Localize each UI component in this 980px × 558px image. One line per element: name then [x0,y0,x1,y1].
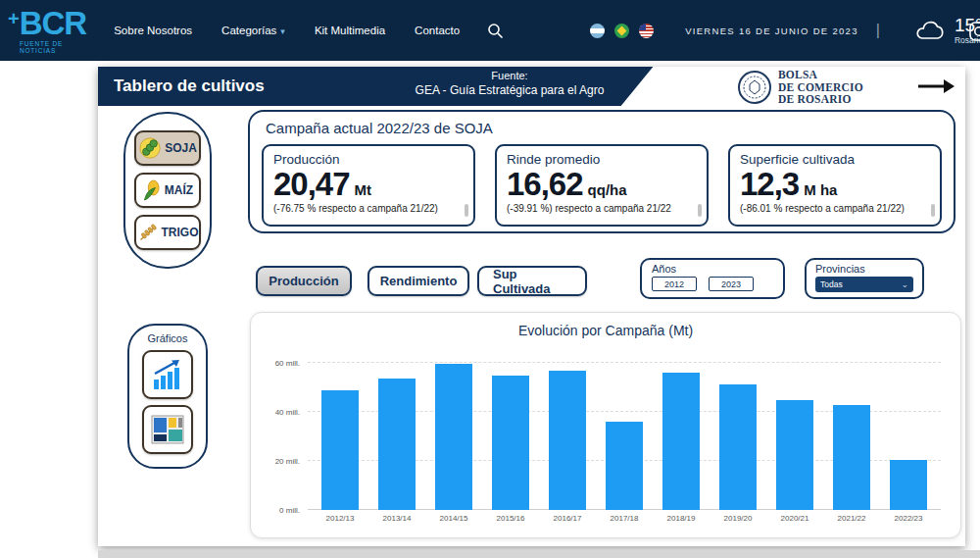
chart-bar[interactable] [776,400,812,510]
bar-slot: 2019/20 [710,350,766,510]
corn-icon [142,178,162,202]
graficos-panel: Gráficos [127,324,208,469]
social-media-icon[interactable] [969,22,980,45]
metric-card-superficie: Superficie cultivada 12,3 M ha (-86.01 %… [728,144,942,227]
next-page-arrow-button[interactable] [918,78,956,98]
graficos-label: Gráficos [148,332,188,344]
nav-link-categorias[interactable]: Categorías▾ [221,25,285,36]
y-tick-label: 20 mill. [275,456,300,465]
bcr-seal-icon [737,70,772,105]
chart-bar[interactable] [435,364,471,510]
crop-button-soja[interactable]: SOJA [134,130,201,166]
bar-slot: 2018/19 [653,350,710,510]
metric-scrollbar[interactable] [465,204,468,217]
metric-change: (-76.75 % respecto a campaña 21/22) [273,203,464,219]
source-block: Fuente: GEA - Guía Estratégica para el A… [363,70,657,97]
nav-link-contacto[interactable]: Contacto [415,25,460,36]
bar-slot: 2020/21 [766,350,823,510]
logo-text: BCR [20,7,87,39]
metric-scrollbar[interactable] [698,204,702,217]
brand-line1: BOLSA [778,69,863,81]
chart-bar[interactable] [833,405,869,510]
chart-bar[interactable] [606,422,642,510]
crop-button-maiz[interactable]: MAÍZ [134,173,201,208]
search-icon[interactable] [487,23,504,39]
campaign-summary-card: Campaña actual 2022/23 de SOJA Producció… [248,110,956,233]
navbar-divider: | [876,22,880,39]
metric-scrollbar[interactable] [931,204,935,217]
source-value: GEA - Guía Estratégica para el Agro [363,83,657,97]
years-filter-label: Años [652,263,773,275]
tab-sup-cultivada[interactable]: Sup Cultivada [477,266,587,296]
year-from-input[interactable] [652,277,697,291]
provinces-dropdown-value: Todas [820,279,843,289]
crop-selector: SOJA MAÍZ TRIGO [123,112,212,269]
dashboard-title: Tablero de cultivos [114,76,265,96]
bar-chart-view-button[interactable] [142,350,193,399]
y-tick-label: 60 mill. [275,358,300,367]
top-navbar: + BCR FUENTE DE NOTICIAS Sobre Nosotros … [0,0,980,61]
provinces-filter: Provincias Todas ⌄ [805,258,924,299]
metric-label: Producción [273,152,464,167]
crop-label: TRIGO [162,226,199,239]
nav-link-kit-multimedia[interactable]: Kit Multimedia [315,25,385,36]
logo-plus-glyph: + [8,9,20,28]
metric-change: (-39.91 %) respecto a campaña 21/22 [507,203,697,219]
chart-bar[interactable] [549,371,585,510]
chart-bar[interactable] [662,373,699,510]
bar-slot: 2017/18 [596,350,653,510]
metric-unit: Mt [355,181,372,198]
metric-card-rinde: Rinde promedio 16,62 qq/ha (-39.91 %) re… [495,144,709,227]
crop-label: SOJA [165,141,197,155]
years-filter: Años [640,258,785,299]
bar-slot: 2016/17 [539,350,596,510]
chart-bar[interactable] [321,390,358,510]
language-flags [590,24,654,38]
treemap-view-button[interactable] [142,405,193,454]
chart-bar[interactable] [378,379,415,510]
usa-flag-icon[interactable] [639,24,654,38]
plot-area: 2012/132013/142014/152015/162016/172017/… [308,350,941,510]
campaign-summary-title: Campaña actual 2022/23 de SOJA [266,120,942,136]
chevron-down-icon: ⌄ [901,279,908,289]
bar-slot: 2012/13 [312,350,368,510]
nav-link-sobre-nosotros[interactable]: Sobre Nosotros [114,25,192,36]
tab-rendimiento[interactable]: Rendimiento [368,266,469,296]
y-axis: 0 mill.20 mill.40 mill.60 mill. [257,350,304,510]
bar-slot: 2013/14 [368,350,425,510]
bar-slot: 2022/23 [880,350,937,510]
brazil-flag-icon[interactable] [614,24,629,38]
metric-label: Superficie cultivada [740,152,930,167]
year-to-input[interactable] [709,277,754,291]
y-tick-label: 40 mill. [275,407,300,416]
chart-bar[interactable] [492,376,528,510]
evolution-chart-card: Evolución por Campaña (Mt) 0 mill.20 mil… [250,312,961,538]
metric-card-produccion: Producción 20,47 Mt (-76.75 % respecto a… [262,144,475,227]
crop-button-trigo[interactable]: TRIGO [134,215,201,250]
provinces-filter-label: Provincias [815,263,913,275]
provinces-dropdown[interactable]: Todas ⌄ [815,277,913,292]
source-label: Fuente: [363,70,657,81]
logo-tagline: FUENTE DE NOTICIAS [20,41,86,54]
chart-bar[interactable] [890,460,926,510]
argentina-flag-icon[interactable] [590,24,605,38]
current-date: VIERNES 16 DE JUNIO DE 2023 [685,25,858,36]
page-bottom-strip [98,550,980,558]
chart-bar[interactable] [719,384,756,510]
crop-label: MAÍZ [165,183,193,197]
bar-chart-icon [151,359,184,390]
metric-value: 20,47 [273,168,350,200]
y-tick-label: 0 mill. [279,506,300,515]
filter-row: Producción Rendimiento Sup Cultivada Año… [248,258,956,303]
crops-dashboard: Tablero de cultivos Fuente: GEA - Guía E… [98,67,965,546]
tab-produccion[interactable]: Producción [256,266,352,296]
brand-line3: DE ROSARIO [778,93,863,106]
x-tick-label: 2022/23 [874,514,943,523]
metric-unit: qq/ha [588,181,627,198]
nav-links: Sobre Nosotros Categorías▾ Kit Multimedi… [114,25,460,36]
bcr-logo[interactable]: + BCR FUENTE DE NOTICIAS [8,7,86,54]
bar-slot: 2015/16 [482,350,539,510]
brand-text: BOLSA DE COMERCIO DE ROSARIO [778,69,863,106]
treemap-icon [151,415,184,444]
chart-title: Evolución por Campaña (Mt) [251,323,960,338]
